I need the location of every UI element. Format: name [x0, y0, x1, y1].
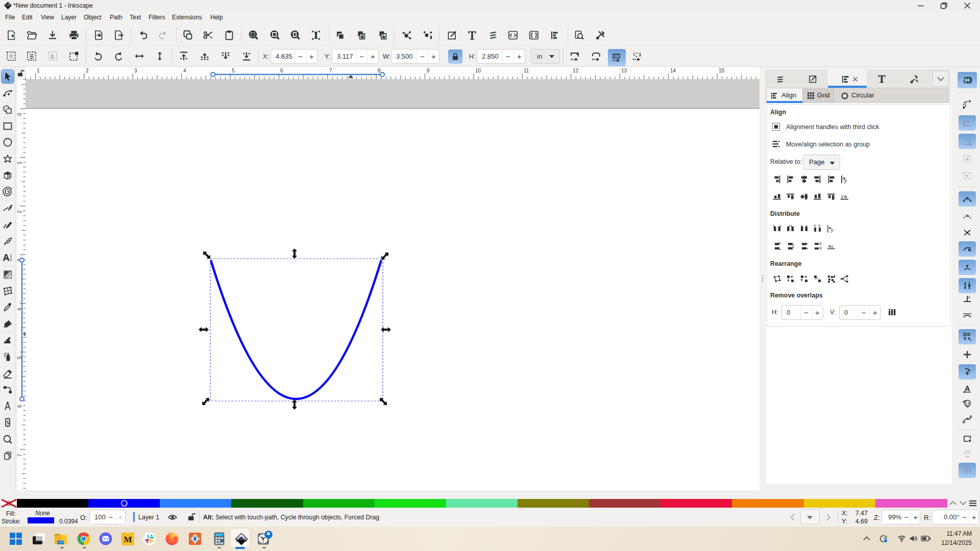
- svg-text:2: 2: [86, 68, 89, 73]
- svg-text:4: 4: [183, 68, 186, 73]
- svg-text:H: H: [818, 224, 821, 228]
- svg-text:6: 6: [280, 68, 283, 73]
- svg-text:10: 10: [475, 68, 481, 73]
- svg-text:12: 12: [573, 68, 579, 73]
- svg-text:y: y: [830, 244, 834, 249]
- svg-text:3: 3: [134, 68, 137, 73]
- svg-text:1: 1: [37, 68, 40, 73]
- svg-text:a: a: [844, 194, 847, 199]
- svg-text:9: 9: [427, 68, 430, 73]
- svg-text:1: 1: [17, 161, 22, 164]
- svg-text:H: H: [819, 242, 822, 245]
- svg-text:y: y: [841, 194, 844, 199]
- svg-text:8: 8: [378, 68, 381, 73]
- svg-text:0: 0: [17, 113, 22, 116]
- svg-text:11: 11: [524, 68, 529, 73]
- svg-text:y: y: [844, 178, 847, 184]
- svg-text:6: 6: [17, 405, 22, 408]
- svg-text:15: 15: [719, 68, 725, 73]
- svg-text:13: 13: [621, 68, 627, 73]
- svg-text:M: M: [124, 535, 132, 544]
- svg-text:5: 5: [232, 68, 235, 73]
- svg-text:7: 7: [329, 68, 332, 73]
- svg-text:7: 7: [17, 454, 22, 457]
- svg-text:y: y: [830, 228, 834, 233]
- svg-text:14: 14: [670, 68, 676, 73]
- svg-text:H: H: [819, 247, 822, 249]
- svg-text:H: H: [814, 224, 816, 228]
- svg-text:2: 2: [17, 210, 22, 213]
